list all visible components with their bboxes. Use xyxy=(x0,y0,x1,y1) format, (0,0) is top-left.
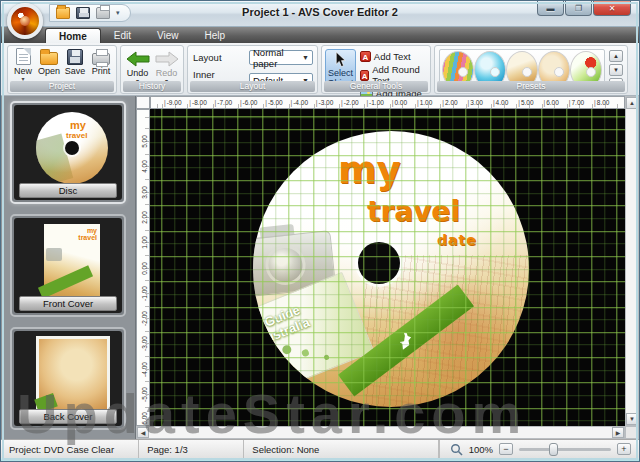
ruler-x-label: -1.00 xyxy=(366,99,384,106)
canvas-region: -9.00-8.00-7.00-6.00-5.00-4.00-3.00-2.00… xyxy=(136,96,639,439)
disc-date-text[interactable]: date xyxy=(437,232,477,248)
new-document-icon xyxy=(16,48,31,65)
scroll-left-icon[interactable]: ◀ xyxy=(137,427,149,438)
redo-button[interactable]: Redo ▾ xyxy=(154,48,180,83)
maximize-button[interactable]: ❐ xyxy=(565,1,592,16)
cursor-arrow-icon xyxy=(332,51,348,68)
ruler-x-label: 1.00 xyxy=(417,99,432,106)
close-button[interactable]: ✕ xyxy=(593,1,631,16)
zoom-controls: 100% − + xyxy=(439,440,639,458)
group-general-tools: Select Object A Add Text A Add Round Tex… xyxy=(321,45,431,94)
menu-bar: Home Edit View Help xyxy=(1,27,639,43)
open-folder-icon xyxy=(40,52,58,65)
window-controls: ▬ ❐ ✕ xyxy=(536,1,631,16)
app-window: ▾ Project 1 - AVS Cover Editor 2 ▬ ❐ ✕ H… xyxy=(0,0,640,462)
tab-home[interactable]: Home xyxy=(45,28,101,43)
printer-icon xyxy=(92,53,110,65)
new-button[interactable]: New ▾ xyxy=(10,48,36,81)
kangaroo-icon xyxy=(392,328,418,353)
scroll-right-icon[interactable]: ▶ xyxy=(612,427,624,438)
presets-scroll-up-icon[interactable]: ▲ xyxy=(609,50,623,62)
status-bar: Project: DVD Case Clear Page: 1/3 Select… xyxy=(1,439,639,458)
ruler-x-label: 2.00 xyxy=(442,99,457,106)
disc-design[interactable]: el Guide Australia my travel date xyxy=(253,131,529,407)
zoom-slider-thumb[interactable] xyxy=(549,443,558,456)
vertical-scrollbar[interactable]: ▲ ▼ xyxy=(625,96,639,426)
save-floppy-icon xyxy=(67,49,83,65)
back-cover-art xyxy=(36,336,110,416)
ruler-x-label: 3.00 xyxy=(468,99,483,106)
group-project: New ▾ Open Save Print Project xyxy=(7,45,117,94)
group-layout: Layout Normal paper ▼ Inner Radius Defau… xyxy=(187,45,318,94)
ruler-x-label: -2.00 xyxy=(341,99,359,106)
ruler-x-label: -4.00 xyxy=(291,99,309,106)
minimize-button[interactable]: ▬ xyxy=(537,1,564,16)
design-canvas[interactable]: el Guide Australia my travel date xyxy=(150,109,625,426)
tab-help[interactable]: Help xyxy=(192,28,239,43)
layout-select[interactable]: Normal paper ▼ xyxy=(249,50,313,65)
main-area: my travel Disc mytravel Front Cover xyxy=(1,96,639,439)
sidebar-item-disc[interactable]: my travel Disc xyxy=(10,101,126,204)
add-text-button[interactable]: A Add Text xyxy=(360,51,427,62)
app-logo-button[interactable] xyxy=(7,3,43,39)
group-caption-layout: Layout xyxy=(190,81,315,92)
disc-thumbnail-art: my travel xyxy=(36,112,108,184)
disc-center-hole xyxy=(358,242,400,284)
horizontal-scrollbar[interactable]: ◀ ▶ xyxy=(136,426,625,439)
ruler-x-label: 6.00 xyxy=(544,99,559,106)
group-caption-presets: Presets xyxy=(437,81,625,92)
presets-scroll-down-icon[interactable]: ▼ xyxy=(609,64,623,76)
save-button[interactable]: Save xyxy=(62,48,88,81)
front-cover-page-label[interactable]: Front Cover xyxy=(19,296,117,311)
redo-arrow-icon xyxy=(155,51,179,67)
ruler-horizontal: -9.00-8.00-7.00-6.00-5.00-4.00-3.00-2.00… xyxy=(150,96,625,109)
ruler-x-label: 0.00 xyxy=(392,99,407,106)
zoom-slider[interactable] xyxy=(519,448,611,451)
tab-view[interactable]: View xyxy=(144,28,192,43)
ruler-vertical: 5.004.003.002.001.000.00-1.00-2.00-3.00-… xyxy=(136,109,150,426)
front-cover-art: mytravel xyxy=(44,224,100,302)
group-caption-general-tools: General Tools xyxy=(324,81,428,92)
tab-edit[interactable]: Edit xyxy=(101,28,144,43)
group-caption-history: History xyxy=(123,81,181,92)
disc-page-label[interactable]: Disc xyxy=(19,183,117,198)
zoom-out-button[interactable]: − xyxy=(499,443,513,455)
ruler-x-label: 8.00 xyxy=(594,99,609,106)
ruler-x-label: 4.00 xyxy=(493,99,508,106)
group-caption-project: Project xyxy=(10,81,114,92)
back-cover-page-label[interactable]: Back Cover xyxy=(19,409,117,424)
ruler-x-label: 5.00 xyxy=(518,99,533,106)
title-bar: ▾ Project 1 - AVS Cover Editor 2 ▬ ❐ ✕ xyxy=(1,1,639,27)
round-text-a-icon: A xyxy=(360,70,369,81)
scroll-up-icon[interactable]: ▲ xyxy=(626,97,638,109)
ruler-corner xyxy=(136,96,150,109)
pages-sidebar: my travel Disc mytravel Front Cover xyxy=(1,96,136,439)
undo-button[interactable]: Undo ▾ xyxy=(125,48,151,83)
status-project: Project: DVD Case Clear xyxy=(1,440,139,458)
ruler-x-label: -5.00 xyxy=(265,99,283,106)
magnifier-icon xyxy=(450,443,463,456)
scroll-down-icon[interactable]: ▼ xyxy=(626,413,638,425)
open-button[interactable]: Open xyxy=(36,48,62,81)
zoom-in-button[interactable]: + xyxy=(617,443,631,455)
disc-title-text[interactable]: my xyxy=(338,149,401,192)
chevron-down-icon: ▼ xyxy=(302,54,309,61)
status-selection: Selection: None xyxy=(244,440,438,458)
scrollbar-corner xyxy=(625,426,639,439)
disc-subtitle-text[interactable]: travel xyxy=(367,195,460,228)
sidebar-item-front-cover[interactable]: mytravel Front Cover xyxy=(10,214,126,317)
sidebar-item-back-cover[interactable]: Back Cover xyxy=(10,327,126,430)
ruler-x-label: -6.00 xyxy=(240,99,258,106)
ribbon-toolbar: New ▾ Open Save Print Project xyxy=(1,43,639,96)
ruler-x-label: -7.00 xyxy=(215,99,233,106)
ruler-y-label: -6.00 xyxy=(141,405,148,426)
group-presets: ▲ ▼ ≡ Presets xyxy=(434,45,628,94)
layout-label: Layout xyxy=(193,52,245,63)
undo-arrow-icon xyxy=(126,51,150,67)
ruler-x-label: -9.00 xyxy=(164,99,182,106)
ruler-x-label: -3.00 xyxy=(316,99,334,106)
window-bottom-edge xyxy=(1,458,639,462)
text-a-icon: A xyxy=(360,51,371,62)
print-button[interactable]: Print xyxy=(88,48,114,81)
zoom-level: 100% xyxy=(469,444,493,455)
